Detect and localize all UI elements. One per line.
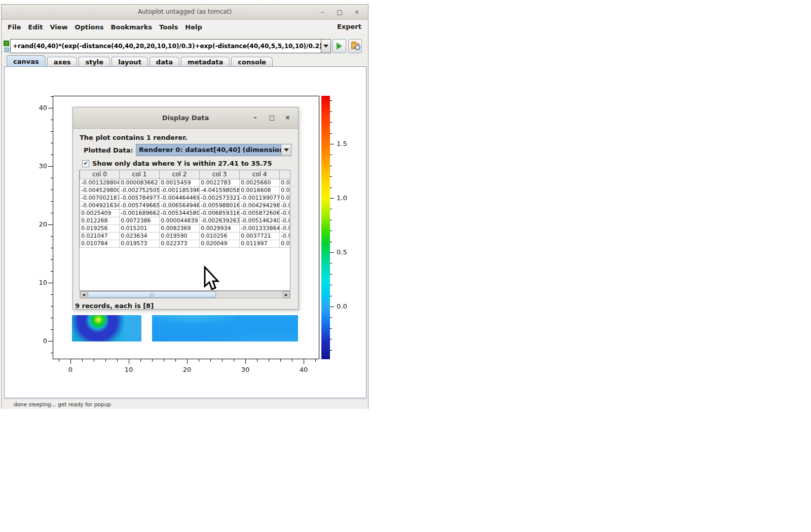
uri-dropdown-button[interactable]: [321, 39, 331, 53]
menu-item-edit[interactable]: Edit: [25, 23, 47, 31]
table-cell: -0.005988016...: [200, 202, 240, 209]
table-cell: 0.0025409: [80, 209, 120, 217]
colorbar-minor-tick: [330, 111, 332, 112]
horizontal-scrollbar[interactable]: ◀ ▶: [80, 291, 290, 298]
tab-layout[interactable]: layout: [112, 57, 148, 67]
table-cell: 0.0029934: [200, 224, 240, 232]
scroll-right-icon[interactable]: ▶: [283, 291, 290, 298]
datasource-type-blue-icon: [5, 48, 9, 52]
x-axis-major-tick: [129, 359, 129, 364]
tab-data[interactable]: data: [150, 57, 179, 67]
y-axis-major-tick: [48, 224, 53, 225]
go-plot-button[interactable]: [333, 39, 346, 53]
colorbar-minor-tick: [330, 155, 332, 155]
expert-mode-label[interactable]: Expert: [337, 23, 361, 30]
dialog-titlebar[interactable]: Display Data – □ ×: [73, 107, 298, 129]
menu-item-file[interactable]: File: [4, 23, 25, 31]
tab-canvas[interactable]: canvas: [7, 55, 46, 67]
y-axis-minor-tick: [51, 318, 53, 318]
table-row[interactable]: 0.0122680.00723860.000044839-0.002639263…: [80, 217, 291, 224]
y-axis-minor-tick: [51, 189, 53, 190]
colorbar-minor-tick: [330, 122, 332, 123]
scrollbar-thumb[interactable]: [88, 291, 216, 298]
menu-item-bookmarks[interactable]: Bookmarks: [107, 23, 156, 31]
table-row[interactable]: 0.0025409-0.001689662...-0.005344580...-…: [80, 209, 291, 217]
colorbar-minor-tick: [330, 176, 332, 177]
table-cell: -0.0: [280, 209, 291, 217]
y-axis-minor-tick: [51, 155, 53, 155]
x-axis-minor-tick: [257, 359, 257, 362]
table-row[interactable]: 0.0107840.0195730.0223730.0200490.011997…: [80, 240, 291, 247]
y-axis-tick-label: 40: [31, 104, 47, 111]
dialog-minimize-icon[interactable]: –: [251, 113, 260, 122]
renderer-combobox[interactable]: Renderer 0: dataset[40,40] (dimension...: [136, 144, 291, 156]
tab-style[interactable]: style: [79, 57, 110, 67]
scroll-left-icon[interactable]: ◀: [80, 291, 87, 298]
dialog-close-icon[interactable]: ×: [283, 113, 292, 122]
renderer-count-text: The plot contains 1 renderer.: [80, 134, 188, 141]
table-row[interactable]: -0.001328804...0.0000836620.00154590.002…: [80, 179, 291, 186]
play-icon: [337, 43, 342, 50]
records-status-text: 9 records, each is [8]: [75, 302, 154, 310]
table-cell: 0.0015459: [160, 179, 200, 186]
tab-axes[interactable]: axes: [47, 57, 78, 67]
plotted-data-label: Plotted Data:: [84, 146, 133, 154]
data-table: col 0col 1col 2col 3col 4-0.001328804...…: [80, 170, 290, 248]
y-axis-minor-tick: [51, 120, 53, 120]
menu-item-tools[interactable]: Tools: [156, 23, 181, 31]
uri-input[interactable]: +rand(40,40)*(exp(-distance(40,40,20,20,…: [10, 39, 321, 53]
inspect-uri-button[interactable]: [348, 39, 362, 53]
table-cell: 0.019256: [80, 224, 120, 232]
menu-item-options[interactable]: Options: [71, 23, 107, 31]
y-axis-tick-label: 20: [31, 220, 47, 228]
window-titlebar[interactable]: Autoplot untagged (as tomcat) – □ ×: [2, 5, 368, 20]
table-row[interactable]: -0.004529800...-0.002752505...-0.0011853…: [80, 186, 291, 194]
maximize-icon[interactable]: □: [335, 7, 345, 17]
y-axis-minor-tick: [51, 306, 53, 307]
dialog-maximize-icon[interactable]: □: [268, 113, 276, 122]
tab-metadata[interactable]: metadata: [181, 57, 230, 67]
close-icon[interactable]: ×: [352, 7, 362, 17]
table-cell: -0.005784977...: [120, 194, 160, 202]
table-header: col 2: [160, 170, 200, 179]
table-cell: -0.005749665...: [120, 202, 160, 209]
table-cell: 0.012268: [80, 217, 120, 224]
table-cell: -0.005146240...: [240, 217, 280, 224]
table-cell: 0.00: [280, 179, 291, 186]
renderer-combobox-value: Renderer 0: dataset[40,40] (dimension...: [136, 144, 281, 156]
x-axis-major-tick: [245, 359, 246, 364]
folder-magnifier-icon: [351, 43, 359, 49]
x-axis-minor-tick: [94, 359, 94, 362]
window-title: Autoplot untagged (as tomcat): [2, 8, 368, 15]
table-row[interactable]: 0.0192560.0152010.00823690.0029934-0.001…: [80, 224, 291, 232]
table-row[interactable]: -0.004921634...-0.005749665...-0.0065649…: [80, 202, 291, 209]
table-row[interactable]: -0.007002187...-0.005784977...-0.0044644…: [80, 194, 291, 202]
x-axis-tick-label: 0: [63, 366, 78, 373]
table-cell: -0.0: [280, 232, 291, 240]
y-axis-tick-label: 0: [31, 337, 47, 345]
app-window: Autoplot untagged (as tomcat) – □ × File…: [1, 4, 368, 409]
data-table-container[interactable]: col 0col 1col 2col 3col 4-0.001328804...…: [79, 170, 290, 291]
x-axis-minor-tick: [234, 359, 234, 362]
x-axis-minor-tick: [82, 359, 83, 362]
menu-item-help[interactable]: Help: [181, 23, 205, 31]
filter-checkbox-label: Show only data where Y is within 27.41 t…: [92, 160, 272, 167]
table-cell: 0.011997: [240, 240, 280, 247]
tab-console[interactable]: console: [231, 57, 273, 67]
y-axis-minor-tick: [51, 213, 53, 213]
table-cell: 0.010784: [80, 240, 120, 247]
x-axis-minor-tick: [280, 359, 281, 362]
table-row[interactable]: 0.0210470.0236340.0195900.0102560.003772…: [80, 232, 291, 240]
mouse-cursor-icon: [203, 266, 219, 291]
y-axis-minor-tick: [51, 353, 53, 353]
minimize-icon[interactable]: –: [317, 7, 327, 17]
filter-checkbox[interactable]: ✔: [82, 160, 89, 167]
table-cell: -0.0: [280, 217, 291, 224]
menu-item-view[interactable]: View: [46, 23, 71, 31]
x-axis-minor-tick: [152, 359, 153, 362]
colorbar-minor-tick: [330, 274, 332, 275]
y-axis-major-tick: [48, 341, 53, 341]
x-axis-major-tick: [70, 359, 71, 364]
x-axis-minor-tick: [59, 359, 59, 362]
renderer-dropdown-button[interactable]: [281, 144, 291, 156]
